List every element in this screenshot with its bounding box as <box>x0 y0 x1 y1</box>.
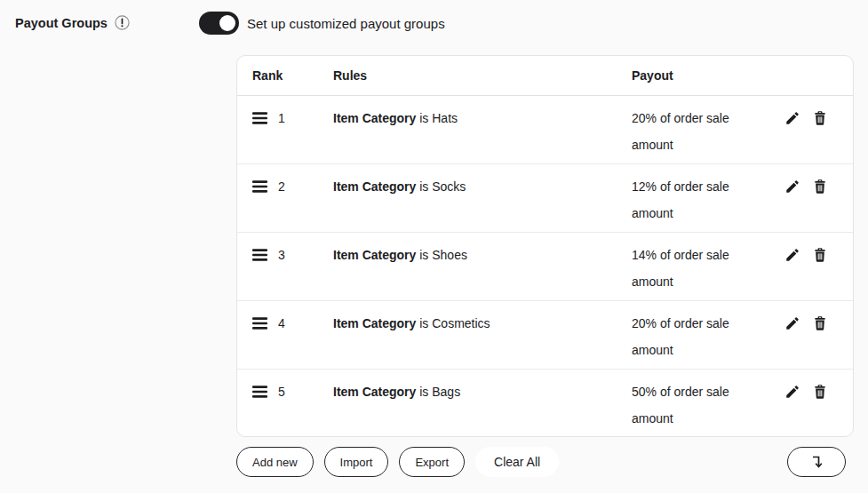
table-header: Rank Rules Payout <box>237 56 853 96</box>
drag-handle-icon <box>252 112 267 124</box>
drag-handle-icon <box>252 317 267 330</box>
scroll-down-button[interactable] <box>787 447 846 477</box>
delete-button[interactable] <box>812 247 828 263</box>
rule-field: Item Category <box>333 248 416 262</box>
edit-button[interactable] <box>784 179 800 195</box>
drag-handle[interactable] <box>252 249 267 261</box>
column-header-rank: Rank <box>252 68 333 83</box>
payout-cell: 14% of order sale amount <box>632 242 737 295</box>
delete-button[interactable] <box>812 179 828 195</box>
rules-cell: Item Category is Cosmetics <box>333 310 632 337</box>
add-new-button[interactable]: Add new <box>236 447 314 477</box>
payout-cell: 50% of order sale amount <box>632 378 737 432</box>
drag-handle[interactable] <box>252 317 267 330</box>
rule-condition: is Cosmetics <box>419 316 490 330</box>
pencil-icon <box>784 179 800 195</box>
rank-cell: 2 <box>278 173 333 200</box>
pencil-icon <box>784 247 800 263</box>
trash-icon <box>812 247 828 263</box>
drag-handle-icon <box>252 249 267 261</box>
table-row: 2 Item Category is Socks 12% of order sa… <box>237 164 853 233</box>
drag-handle[interactable] <box>252 386 267 398</box>
column-header-payout: Payout <box>632 68 853 83</box>
trash-icon <box>812 315 828 331</box>
rule-condition: is Bags <box>419 385 460 399</box>
clear-all-button[interactable]: Clear All <box>475 447 559 477</box>
rule-field: Item Category <box>333 316 416 330</box>
toggle-knob <box>219 15 235 31</box>
payout-cell: 20% of order sale amount <box>632 310 737 363</box>
payout-groups-table: Rank Rules Payout 1 Item Category is Hat… <box>236 55 854 437</box>
footer-actions: Add new Import Export Clear All <box>236 447 559 477</box>
page-title-row: Payout Groups <box>15 15 130 30</box>
edit-button[interactable] <box>784 110 800 126</box>
export-button[interactable]: Export <box>399 447 465 477</box>
rule-field: Item Category <box>333 179 416 194</box>
exclamation-circle-icon <box>115 15 130 30</box>
edit-button[interactable] <box>784 247 800 263</box>
drag-handle-icon <box>252 180 267 193</box>
table-row: 1 Item Category is Hats 20% of order sal… <box>237 96 853 164</box>
trash-icon <box>812 110 828 126</box>
pencil-icon <box>784 384 800 400</box>
rank-cell: 5 <box>278 378 333 405</box>
payout-cell: 20% of order sale amount <box>632 105 737 158</box>
rule-condition: is Socks <box>419 179 466 194</box>
rules-cell: Item Category is Shoes <box>333 242 632 268</box>
toggle-label: Set up customized payout groups <box>247 16 445 31</box>
rule-field: Item Category <box>333 385 416 399</box>
rank-cell: 3 <box>278 242 333 268</box>
rank-cell: 4 <box>278 310 333 337</box>
delete-button[interactable] <box>812 315 828 331</box>
table-row: 3 Item Category is Shoes 14% of order sa… <box>237 233 853 301</box>
trash-icon <box>812 179 828 195</box>
import-button[interactable]: Import <box>324 447 389 477</box>
rules-cell: Item Category is Socks <box>333 173 632 200</box>
table-row: 4 Item Category is Cosmetics 20% of orde… <box>237 301 853 370</box>
edit-button[interactable] <box>784 315 800 331</box>
payout-cell: 12% of order sale amount <box>632 173 737 227</box>
edit-button[interactable] <box>784 384 800 400</box>
rule-condition: is Shoes <box>419 248 467 262</box>
payout-groups-toggle[interactable] <box>199 12 239 35</box>
rules-cell: Item Category is Hats <box>333 105 632 131</box>
delete-button[interactable] <box>812 110 828 126</box>
drag-handle[interactable] <box>252 112 267 124</box>
pencil-icon <box>784 315 800 331</box>
rank-cell: 1 <box>278 105 333 131</box>
column-header-rules: Rules <box>333 68 632 83</box>
drag-handle-icon <box>252 386 267 398</box>
page-title: Payout Groups <box>15 16 108 30</box>
pencil-icon <box>784 110 800 126</box>
rule-condition: is Hats <box>419 111 458 125</box>
delete-button[interactable] <box>812 384 828 400</box>
trash-icon <box>812 384 828 400</box>
corner-down-arrow-icon <box>810 455 824 470</box>
table-row: 5 Item Category is Bags 50% of order sal… <box>237 370 853 437</box>
drag-handle[interactable] <box>252 180 267 193</box>
rule-field: Item Category <box>333 111 416 125</box>
rules-cell: Item Category is Bags <box>333 378 632 405</box>
